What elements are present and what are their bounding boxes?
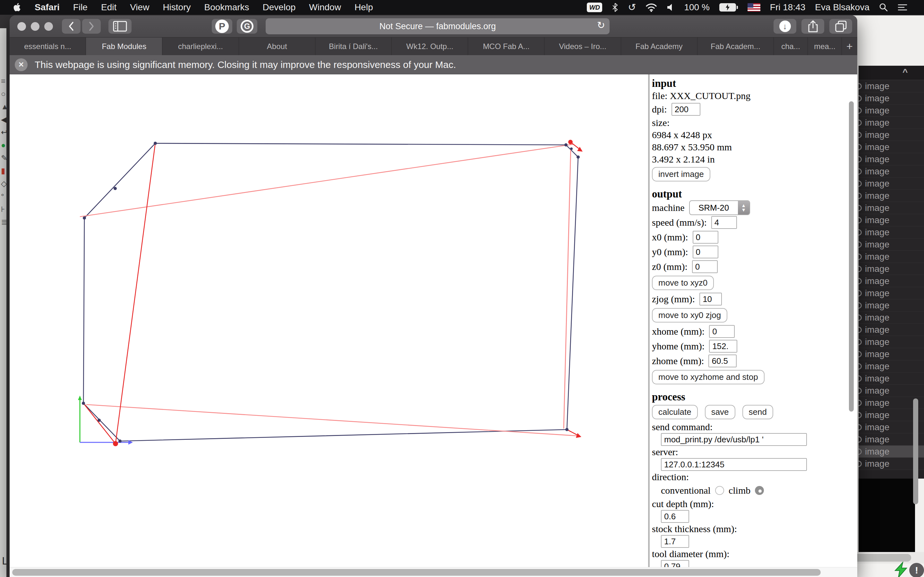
pentagon-icon[interactable]: ◇ <box>1 179 6 188</box>
list-item[interactable]: image <box>859 177 924 190</box>
apple-icon[interactable] <box>13 3 21 12</box>
tab-0[interactable]: essentials n... <box>10 37 86 55</box>
list-item[interactable]: image <box>859 336 924 348</box>
window-minimize-button[interactable] <box>31 22 39 31</box>
list-item[interactable]: image <box>859 117 924 129</box>
background-hscroll-thumb[interactable] <box>854 554 911 562</box>
menu-safari[interactable]: Safari <box>35 2 60 13</box>
direction-climb-radio[interactable] <box>755 486 764 495</box>
list-item[interactable]: image <box>859 300 924 311</box>
close-notice-icon[interactable]: ✕ <box>15 58 27 71</box>
page-vertical-scrollbar[interactable] <box>849 101 854 412</box>
downloads-button[interactable]: ↓ <box>774 19 796 34</box>
list-item[interactable]: image <box>859 105 924 117</box>
list-item[interactable]: image <box>859 348 924 360</box>
direction-conventional-radio[interactable] <box>715 486 724 495</box>
pen-icon[interactable]: ✎ <box>1 154 6 162</box>
list-item[interactable]: image <box>859 80 924 92</box>
menu-bookmarks[interactable]: Bookmarks <box>204 2 249 13</box>
server-input[interactable] <box>661 458 807 471</box>
circle-icon[interactable]: ○ <box>1 90 6 98</box>
window-zoom-button[interactable] <box>44 22 53 31</box>
dpi-input[interactable] <box>672 103 700 116</box>
tab-11[interactable]: mea... <box>808 37 842 55</box>
menu-help[interactable]: Help <box>355 2 373 13</box>
menu-file[interactable]: File <box>73 2 87 13</box>
list-item[interactable]: image <box>859 311 924 324</box>
calculate-button[interactable]: calculate <box>652 405 698 419</box>
list-item[interactable]: image <box>859 385 924 397</box>
list-item[interactable]: image <box>859 226 924 239</box>
background-vertical-scrollbar[interactable] <box>913 398 918 504</box>
tab-10[interactable]: cha... <box>774 37 808 55</box>
list-item[interactable]: image <box>859 214 924 226</box>
bluetooth-icon[interactable] <box>612 3 618 12</box>
list-item[interactable]: image <box>859 92 924 105</box>
wifi-icon[interactable] <box>646 3 657 12</box>
menubar-user[interactable]: Eva Blsakova <box>815 2 869 13</box>
mountain-icon[interactable]: ▲ <box>1 103 6 111</box>
cut-depth-input[interactable] <box>661 510 689 523</box>
zhome-input[interactable] <box>708 355 737 367</box>
small-circle-icon[interactable]: ° <box>1 192 6 201</box>
move-to-xyz0-button[interactable]: move to xyz0 <box>652 276 714 290</box>
share-button[interactable] <box>801 19 824 34</box>
stock-thickness-input[interactable] <box>661 535 689 548</box>
list-item[interactable]: image <box>859 372 924 385</box>
menu-develop[interactable]: Develop <box>263 2 296 13</box>
text-tool-icon[interactable]: ⊦ <box>1 205 6 213</box>
invert-image-button[interactable]: invert image <box>652 167 710 181</box>
menu-window[interactable]: Window <box>309 2 341 13</box>
machine-select[interactable]: SRM-20 ▲▼ <box>689 200 750 215</box>
send-command-input[interactable] <box>661 433 807 446</box>
tab-2[interactable]: charlieplexi... <box>162 37 239 55</box>
collapse-chevron-icon[interactable]: ^ <box>903 67 908 77</box>
x0-input[interactable] <box>693 231 718 243</box>
sidebar-toggle-button[interactable] <box>108 19 132 34</box>
green-dot-icon[interactable]: ● <box>1 141 6 149</box>
us-flag-icon[interactable] <box>748 3 760 11</box>
list-item[interactable]: image <box>859 190 924 202</box>
list-item[interactable]: image <box>859 202 924 214</box>
lines-icon[interactable]: ≡ <box>1 77 6 85</box>
tab-4[interactable]: Birita í Dali's... <box>315 37 392 55</box>
list-item[interactable]: image <box>859 263 924 275</box>
list-item[interactable]: image <box>859 275 924 287</box>
new-tab-button[interactable]: + <box>842 37 857 55</box>
back-button[interactable] <box>62 19 81 34</box>
arrow-left-icon[interactable]: ◀ <box>1 115 6 124</box>
list-item[interactable]: image <box>859 287 924 300</box>
z0-input[interactable] <box>692 260 718 273</box>
forward-button[interactable] <box>82 19 101 34</box>
wd-logo-icon[interactable]: WD <box>587 3 602 12</box>
y0-input[interactable] <box>693 245 718 258</box>
reload-icon[interactable]: ↻ <box>597 19 605 31</box>
list-item[interactable]: image <box>859 239 924 251</box>
save-button[interactable]: save <box>705 405 735 419</box>
volume-icon[interactable] <box>667 3 674 11</box>
tab-7[interactable]: Videos – Iro... <box>544 37 621 55</box>
tab-5[interactable]: Wk12. Outp... <box>392 37 468 55</box>
pinterest-extension-button[interactable]: P <box>212 19 232 34</box>
notification-center-icon[interactable] <box>898 3 907 11</box>
xhome-input[interactable] <box>709 325 735 338</box>
list-lines-icon[interactable]: ≣ <box>1 218 6 226</box>
list-item[interactable]: image <box>859 324 924 336</box>
tab-9[interactable]: Fab Academ... <box>698 37 774 55</box>
zjog-input[interactable] <box>699 293 722 306</box>
time-machine-icon[interactable]: ↺ <box>628 3 636 12</box>
move-to-xyzhome-button[interactable]: move to xyzhome and stop <box>652 370 764 384</box>
list-item[interactable]: image <box>859 153 924 165</box>
list-item[interactable]: image <box>859 141 924 153</box>
page-hscroll-thumb[interactable] <box>12 569 821 576</box>
spotlight-icon[interactable] <box>879 3 888 12</box>
speed-input[interactable] <box>711 216 737 229</box>
tab-1[interactable]: Fab Modules <box>86 37 162 55</box>
menubar-clock[interactable]: Fri 18:43 <box>770 2 806 13</box>
tab-overview-button[interactable] <box>829 19 852 34</box>
send-button[interactable]: send <box>742 405 773 419</box>
list-item[interactable]: image <box>859 251 924 263</box>
tab-3[interactable]: About <box>239 37 315 55</box>
move-to-xy0-zjog-button[interactable]: move to xy0 zjog <box>652 308 727 322</box>
red-flag-icon[interactable]: ▮ <box>1 167 6 175</box>
